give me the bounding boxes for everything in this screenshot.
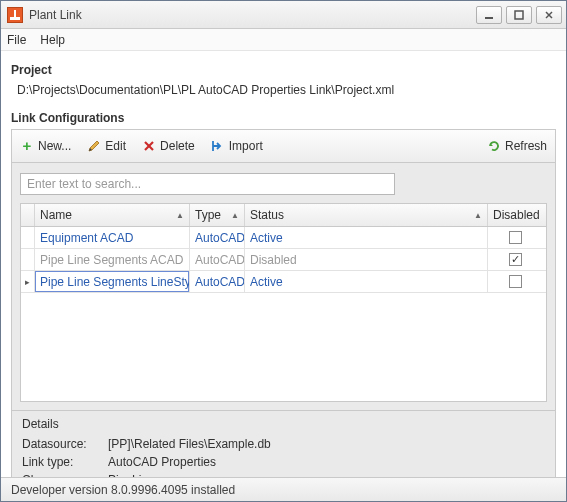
- linktype-value: AutoCAD Properties: [108, 455, 216, 469]
- table-header: Name ▲ Type ▲ Status ▲ Disabled: [21, 204, 546, 227]
- svg-rect-2: [485, 17, 493, 19]
- table-row[interactable]: Equipment ACAD AutoCAD Active: [21, 227, 546, 249]
- column-status[interactable]: Status ▲: [245, 204, 488, 226]
- cell-status: Active: [245, 227, 488, 248]
- cell-type: AutoCAD: [190, 227, 245, 248]
- refresh-icon: [487, 139, 501, 153]
- delete-label: Delete: [160, 139, 195, 153]
- edit-button[interactable]: Edit: [85, 137, 128, 155]
- new-button[interactable]: + New...: [18, 137, 73, 155]
- window-title: Plant Link: [29, 8, 476, 22]
- plus-icon: +: [20, 139, 34, 153]
- close-button[interactable]: [536, 6, 562, 24]
- row-indicator-header: [21, 204, 35, 226]
- menu-help[interactable]: Help: [40, 33, 65, 47]
- table-empty-area: [21, 293, 546, 401]
- menu-file[interactable]: File: [7, 33, 26, 47]
- statusbar: Developer version 8.0.9996.4095 installe…: [1, 477, 566, 501]
- maximize-button[interactable]: [506, 6, 532, 24]
- refresh-label: Refresh: [505, 139, 547, 153]
- cell-disabled[interactable]: [488, 271, 543, 292]
- column-type[interactable]: Type ▲: [190, 204, 245, 226]
- refresh-button[interactable]: Refresh: [485, 137, 549, 155]
- datasource-value: [PP]\Related Files\Example.db: [108, 437, 271, 451]
- svg-rect-3: [515, 11, 523, 19]
- svg-rect-1: [10, 17, 20, 20]
- grid-panel: Enter text to search... Name ▲ Type ▲ St…: [11, 163, 556, 411]
- details-label: Details: [22, 417, 545, 431]
- search-placeholder: Enter text to search...: [27, 177, 141, 191]
- column-name[interactable]: Name ▲: [35, 204, 190, 226]
- import-label: Import: [229, 139, 263, 153]
- sort-asc-icon: ▲: [176, 211, 184, 220]
- delete-button[interactable]: Delete: [140, 137, 197, 155]
- cell-name: Equipment ACAD: [35, 227, 190, 248]
- pencil-icon: [87, 139, 101, 153]
- column-disabled[interactable]: Disabled: [488, 204, 543, 226]
- sort-asc-icon: ▲: [231, 211, 239, 220]
- link-configurations-label: Link Configurations: [11, 111, 556, 125]
- row-indicator: [21, 249, 35, 270]
- cell-status: Active: [245, 271, 488, 292]
- row-indicator-current-icon: ▸: [21, 271, 35, 292]
- cell-disabled[interactable]: [488, 227, 543, 248]
- sort-asc-icon: ▲: [474, 211, 482, 220]
- cell-type: AutoCAD: [190, 249, 245, 270]
- checkbox-checked-icon[interactable]: [509, 253, 522, 266]
- checkbox-icon[interactable]: [509, 231, 522, 244]
- cell-type: AutoCAD: [190, 271, 245, 292]
- table-body: Equipment ACAD AutoCAD Active Pipe Line …: [21, 227, 546, 401]
- row-indicator: [21, 227, 35, 248]
- cell-disabled[interactable]: [488, 249, 543, 270]
- table-row-selected[interactable]: ▸ Pipe Line Segments LineStyles AutoCAD …: [21, 271, 546, 293]
- cell-status: Disabled: [245, 249, 488, 270]
- new-label: New...: [38, 139, 71, 153]
- checkbox-icon[interactable]: [509, 275, 522, 288]
- status-text: Developer version 8.0.9996.4095 installe…: [11, 483, 235, 497]
- import-icon: [211, 139, 225, 153]
- table-row[interactable]: Pipe Line Segments ACAD AutoCAD Disabled: [21, 249, 546, 271]
- search-input[interactable]: Enter text to search...: [20, 173, 395, 195]
- project-path: D:\Projects\Documentation\PL\PL AutoCAD …: [11, 81, 556, 105]
- titlebar: Plant Link: [1, 1, 566, 29]
- delete-x-icon: [142, 139, 156, 153]
- linktype-label: Link type:: [22, 455, 100, 469]
- menubar: File Help: [1, 29, 566, 51]
- edit-label: Edit: [105, 139, 126, 153]
- toolbar: + New... Edit Delete Import Refre: [11, 129, 556, 163]
- cell-name: Pipe Line Segments LineStyles: [35, 271, 190, 292]
- import-button[interactable]: Import: [209, 137, 265, 155]
- datasource-label: Datasource:: [22, 437, 100, 451]
- minimize-button[interactable]: [476, 6, 502, 24]
- project-label: Project: [11, 63, 556, 77]
- cell-name: Pipe Line Segments ACAD: [35, 249, 190, 270]
- app-icon: [7, 7, 23, 23]
- config-table: Name ▲ Type ▲ Status ▲ Disabled: [20, 203, 547, 402]
